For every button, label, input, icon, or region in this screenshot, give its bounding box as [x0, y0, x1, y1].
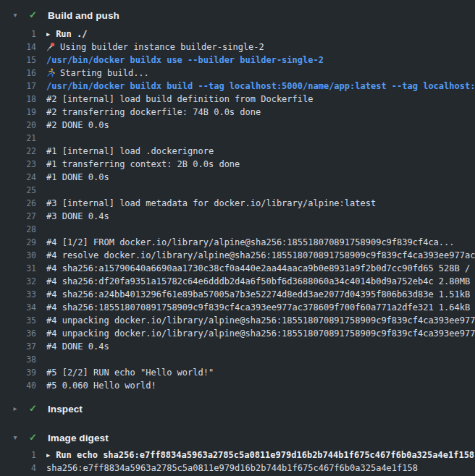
- log-line: 1▶Run echo sha256:e7ff8834a5963a2785c5a0…: [0, 449, 475, 462]
- log-line-text: #1 DONE 0.0s: [46, 172, 109, 182]
- log-line: 19#2 transferring dockerfile: 74B 0.0s d…: [0, 106, 475, 119]
- log-line-content: sha256:e7ff8834a5963a2785c5a0811e979d16b…: [46, 462, 475, 475]
- line-number[interactable]: 25: [0, 184, 36, 197]
- log-line-content: #5 [2/2] RUN echo "Hello world!": [46, 366, 475, 379]
- log-line: 22#1 [internal] load .dockerignore: [0, 145, 475, 158]
- log-line-content: #4 DONE 0.4s: [46, 340, 475, 353]
- log-line: 21: [0, 132, 475, 145]
- log-line: 33#4 sha256:a24bb4013296f61e89ba57005a7b…: [0, 288, 475, 301]
- log-line-content: #5 0.060 Hello world!: [46, 379, 475, 392]
- log-line: 16Starting build...: [0, 67, 475, 80]
- log-line-content: [46, 184, 475, 197]
- log-line: 29#4 [1/2] FROM docker.io/library/alpine…: [0, 236, 475, 249]
- log-line-text: #1 [internal] load .dockerignore: [46, 146, 214, 156]
- log-line-content: #1 [internal] load .dockerignore: [46, 145, 475, 158]
- log-line: 1▶Run ./: [0, 27, 475, 41]
- step-header-inspect[interactable]: ▸✓Inspect: [0, 399, 475, 418]
- line-number[interactable]: 33: [0, 288, 36, 301]
- line-number[interactable]: 26: [0, 197, 36, 210]
- line-number[interactable]: 15: [0, 54, 36, 67]
- line-number[interactable]: 17: [0, 80, 36, 93]
- log-line-text: #4 sha256:a24bb4013296f61e89ba57005a7b3e…: [46, 289, 475, 299]
- log-line: 37#4 DONE 0.4s: [0, 340, 475, 353]
- chevron-right-icon[interactable]: ▸: [11, 399, 20, 418]
- log-line-content: Starting build...: [46, 67, 475, 80]
- line-number[interactable]: 27: [0, 210, 36, 223]
- log-line-text: #2 DONE 0.0s: [46, 120, 109, 130]
- log-line-text: #4 resolve docker.io/library/alpine@sha2…: [46, 250, 475, 260]
- line-number[interactable]: 21: [0, 132, 36, 145]
- line-number[interactable]: 4: [0, 462, 36, 475]
- log-line-content: ▶Run echo sha256:e7ff8834a5963a2785c5a08…: [46, 449, 475, 462]
- line-number[interactable]: 36: [0, 327, 36, 340]
- line-number[interactable]: 18: [0, 93, 36, 106]
- line-number[interactable]: 19: [0, 106, 36, 119]
- log-line-text: #4 sha256:df20fa9351a15782c64e6dddb2d4a6…: [46, 276, 475, 286]
- line-number[interactable]: 32: [0, 275, 36, 288]
- actions-log-viewer: ▾✓Build and push1▶Run ./14Using builder …: [0, 6, 475, 475]
- log-line: 32#4 sha256:df20fa9351a15782c64e6dddb2d4…: [0, 275, 475, 288]
- line-number[interactable]: 30: [0, 249, 36, 262]
- line-number[interactable]: 22: [0, 145, 36, 158]
- chevron-down-icon[interactable]: ▾: [11, 6, 20, 25]
- line-number[interactable]: 37: [0, 340, 36, 353]
- log-line-content: #4 sha256:df20fa9351a15782c64e6dddb2d4a6…: [46, 275, 475, 288]
- line-number[interactable]: 16: [0, 67, 36, 80]
- step-title: Build and push: [48, 10, 119, 21]
- step-header-image-digest[interactable]: ▾✓Image digest: [0, 428, 475, 447]
- log-line-text: #4 unpacking docker.io/library/alpine@sh…: [46, 315, 475, 326]
- log-line: 26#3 [internal] load metadata for docker…: [0, 197, 475, 210]
- log-line-content: #4 sha256:a24bb4013296f61e89ba57005a7b3e…: [46, 288, 475, 301]
- step-log-lines: 1▶Run ./14Using builder instance builder…: [0, 25, 475, 399]
- log-line: 27#3 DONE 0.4s: [0, 210, 475, 223]
- log-line: 35#4 unpacking docker.io/library/alpine@…: [0, 314, 475, 327]
- line-number[interactable]: 23: [0, 158, 36, 171]
- log-line-text: #5 0.060 Hello world!: [46, 381, 156, 391]
- line-number[interactable]: 14: [0, 41, 36, 54]
- log-line: 14Using builder instance builder-single-…: [0, 41, 475, 54]
- step-header-build-and-push[interactable]: ▾✓Build and push: [0, 6, 475, 25]
- line-number[interactable]: 40: [0, 379, 36, 392]
- log-line-content: #2 [internal] load build definition from…: [46, 93, 475, 106]
- log-line-text: Starting build...: [60, 68, 149, 78]
- log-line-text: #2 [internal] load build definition from…: [46, 94, 313, 104]
- line-number[interactable]: 1: [0, 27, 36, 41]
- log-line: 17/usr/bin/docker buildx build --tag loc…: [0, 80, 475, 93]
- line-number[interactable]: 39: [0, 366, 36, 379]
- log-line-text: #1 transferring context: 2B 0.0s done: [46, 159, 240, 169]
- log-line-text: /usr/bin/docker buildx build --tag local…: [46, 81, 475, 91]
- log-line-content: /usr/bin/docker buildx build --tag local…: [46, 80, 475, 93]
- line-number[interactable]: 31: [0, 262, 36, 275]
- log-line-text: Run echo sha256:e7ff8834a5963a2785c5a081…: [56, 450, 474, 460]
- log-line: 28: [0, 223, 475, 236]
- log-line: 31#4 sha256:a15790640a6690aa1730c38cf0a4…: [0, 262, 475, 275]
- log-line-content: #2 DONE 0.0s: [46, 119, 475, 132]
- log-line: 36#4 unpacking docker.io/library/alpine@…: [0, 327, 475, 340]
- success-check-icon: ✓: [28, 428, 38, 447]
- step-section-build-and-push: ▾✓Build and push1▶Run ./14Using builder …: [0, 6, 475, 399]
- log-line: 25: [0, 184, 475, 197]
- log-line-text: #4 sha256:a15790640a6690aa1730c38cf0a440…: [46, 263, 475, 273]
- log-line: 39#5 [2/2] RUN echo "Hello world!": [0, 366, 475, 379]
- line-number[interactable]: 20: [0, 119, 36, 132]
- line-number[interactable]: 28: [0, 223, 36, 236]
- line-number[interactable]: 35: [0, 314, 36, 327]
- log-line-content: #1 DONE 0.0s: [46, 171, 475, 184]
- log-line-text: Using builder instance builder-single-2: [60, 42, 264, 52]
- success-check-icon: ✓: [28, 399, 38, 418]
- log-line: 40#5 0.060 Hello world!: [0, 379, 475, 392]
- log-line: 23#1 transferring context: 2B 0.0s done: [0, 158, 475, 171]
- log-line-content: #3 DONE 0.4s: [46, 210, 475, 223]
- line-number[interactable]: 34: [0, 301, 36, 314]
- run-expand-icon[interactable]: ▶: [46, 449, 50, 462]
- run-expand-icon[interactable]: ▶: [46, 27, 50, 41]
- log-line-text: #4 [1/2] FROM docker.io/library/alpine@s…: [46, 237, 455, 247]
- line-number[interactable]: 1: [0, 449, 36, 462]
- log-line-content: [46, 353, 475, 366]
- line-number[interactable]: 24: [0, 171, 36, 184]
- line-number[interactable]: 38: [0, 353, 36, 366]
- chevron-down-icon[interactable]: ▾: [11, 428, 20, 447]
- line-number[interactable]: 29: [0, 236, 36, 249]
- success-check-icon: ✓: [28, 6, 38, 25]
- log-line-content: #4 resolve docker.io/library/alpine@sha2…: [46, 249, 475, 262]
